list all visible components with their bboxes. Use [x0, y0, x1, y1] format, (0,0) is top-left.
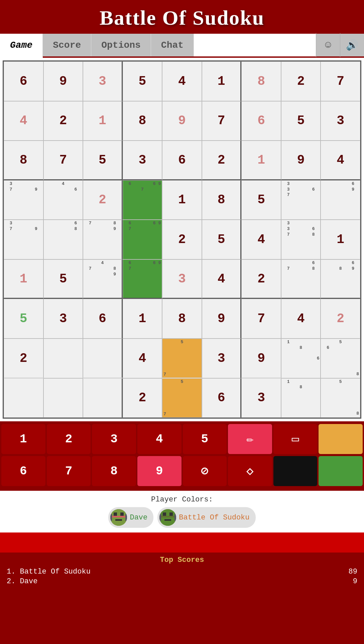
cell-8-6[interactable]: 3 — [241, 378, 281, 418]
cell-1-7[interactable]: 5 — [281, 101, 321, 141]
toolbar-btn-r2-1[interactable]: 7 — [47, 456, 91, 486]
cell-0-4[interactable]: 4 — [162, 61, 202, 101]
cell-2-7[interactable]: 9 — [281, 141, 321, 180]
toolbar-btn-r1-3[interactable]: 4 — [137, 424, 181, 454]
cell-0-3[interactable]: 5 — [123, 61, 162, 101]
cell-5-0[interactable]: 1 — [4, 259, 43, 299]
cell-7-5[interactable]: 3 — [202, 339, 242, 378]
toolbar-btn-r1-4[interactable]: 5 — [183, 424, 227, 454]
cell-2-2[interactable]: 5 — [83, 141, 123, 180]
cell-4-1[interactable]: 68 — [43, 220, 83, 259]
cell-5-4[interactable]: 3 — [162, 259, 202, 299]
cell-0-7[interactable]: 2 — [281, 61, 321, 101]
cell-6-0[interactable]: 5 — [4, 299, 43, 339]
cell-6-7[interactable]: 4 — [281, 299, 321, 339]
cell-7-3[interactable]: 4 — [123, 339, 162, 378]
cell-3-0[interactable]: 379 — [4, 180, 43, 220]
toolbar-btn-r1-5[interactable]: ✏ — [228, 424, 272, 454]
cell-1-4[interactable]: 9 — [162, 101, 202, 141]
tab-score[interactable]: Score — [43, 34, 91, 56]
cell-7-8[interactable]: 568 — [321, 339, 360, 378]
toolbar-btn-r2-7[interactable] — [319, 456, 363, 486]
cell-3-6[interactable]: 5 — [241, 180, 281, 220]
toolbar-btn-r1-0[interactable]: 1 — [1, 424, 45, 454]
cell-6-6[interactable]: 7 — [241, 299, 281, 339]
cell-4-4[interactable]: 2 — [162, 220, 202, 259]
cell-5-7[interactable]: 678 — [281, 259, 321, 299]
cell-8-7[interactable]: 18 — [281, 378, 321, 418]
cell-3-4[interactable]: 1 — [162, 180, 202, 220]
cell-8-4[interactable]: 57 — [162, 378, 202, 418]
toolbar-btn-r1-7[interactable] — [319, 424, 363, 454]
player-chip-1[interactable]: Battle Of Sudoku — [157, 507, 255, 528]
cell-3-8[interactable]: 69 — [321, 180, 360, 220]
player-chip-0[interactable]: Dave — [108, 507, 153, 528]
toolbar-btn-r1-6[interactable]: ▭ — [273, 424, 318, 454]
toolbar-btn-r2-6[interactable] — [273, 456, 318, 486]
cell-5-6[interactable]: 2 — [241, 259, 281, 299]
cell-2-8[interactable]: 4 — [321, 141, 360, 180]
cell-7-7[interactable]: 186 — [281, 339, 321, 378]
cell-1-6[interactable]: 6 — [241, 101, 281, 141]
cell-7-4[interactable]: 57 — [162, 339, 202, 378]
cell-1-0[interactable]: 4 — [4, 101, 43, 141]
cell-1-5[interactable]: 7 — [202, 101, 242, 141]
cell-5-8[interactable]: 689 — [321, 259, 360, 299]
cell-6-4[interactable]: 8 — [162, 299, 202, 339]
cell-8-2[interactable] — [83, 378, 123, 418]
cell-7-1[interactable] — [43, 339, 83, 378]
cell-7-6[interactable]: 9 — [241, 339, 281, 378]
cell-0-5[interactable]: 1 — [202, 61, 242, 101]
cell-2-3[interactable]: 3 — [123, 141, 162, 180]
cell-4-3[interactable]: 676 9 — [123, 220, 162, 259]
cell-0-1[interactable]: 9 — [43, 61, 83, 101]
cell-8-8[interactable]: 58 — [321, 378, 360, 418]
cell-2-0[interactable]: 8 — [4, 141, 43, 180]
cell-3-3[interactable]: 676 9 — [123, 180, 162, 220]
tab-options[interactable]: Options — [91, 34, 151, 56]
tab-game[interactable]: Game — [0, 34, 43, 58]
cell-4-0[interactable]: 379 — [4, 220, 43, 259]
cell-0-0[interactable]: 6 — [4, 61, 43, 101]
cell-2-4[interactable]: 6 — [162, 141, 202, 180]
cell-5-3[interactable]: 676 9 — [123, 259, 162, 299]
cell-0-8[interactable]: 7 — [321, 61, 360, 101]
cell-3-1[interactable]: 46 — [43, 180, 83, 220]
cell-4-6[interactable]: 4 — [241, 220, 281, 259]
cell-5-2[interactable]: 4789 — [83, 259, 123, 299]
toolbar-btn-r1-2[interactable]: 3 — [92, 424, 136, 454]
cell-7-0[interactable]: 2 — [4, 339, 43, 378]
cell-4-7[interactable]: 33678 — [281, 220, 321, 259]
cell-3-7[interactable]: 3367 — [281, 180, 321, 220]
cell-8-0[interactable] — [4, 378, 43, 418]
toolbar-btn-r2-3[interactable]: 9 — [137, 456, 181, 486]
sound-icon[interactable]: 🔊 — [340, 33, 364, 57]
cell-8-5[interactable]: 6 — [202, 378, 242, 418]
cell-4-2[interactable]: 789 — [83, 220, 123, 259]
cell-6-3[interactable]: 1 — [123, 299, 162, 339]
cell-6-5[interactable]: 9 — [202, 299, 242, 339]
tab-chat[interactable]: Chat — [151, 34, 194, 56]
cell-3-2[interactable]: 2 — [83, 180, 123, 220]
cell-4-5[interactable]: 5 — [202, 220, 242, 259]
emoji-icon[interactable]: ☺ — [316, 33, 340, 57]
cell-5-5[interactable]: 4 — [202, 259, 242, 299]
cell-1-1[interactable]: 2 — [43, 101, 83, 141]
toolbar-btn-r2-5[interactable]: ◇ — [228, 456, 272, 486]
cell-2-6[interactable]: 1 — [241, 141, 281, 180]
cell-1-8[interactable]: 3 — [321, 101, 360, 141]
cell-2-1[interactable]: 7 — [43, 141, 83, 180]
cell-7-2[interactable] — [83, 339, 123, 378]
cell-1-2[interactable]: 1 — [83, 101, 123, 141]
cell-6-8[interactable]: 2 — [321, 299, 360, 339]
cell-4-8[interactable]: 1 — [321, 220, 360, 259]
cell-0-2[interactable]: 3 — [83, 61, 123, 101]
cell-0-6[interactable]: 8 — [241, 61, 281, 101]
toolbar-btn-r2-2[interactable]: 8 — [92, 456, 136, 486]
cell-2-5[interactable]: 2 — [202, 141, 242, 180]
cell-8-1[interactable] — [43, 378, 83, 418]
toolbar-btn-r1-1[interactable]: 2 — [47, 424, 91, 454]
toolbar-btn-r2-4[interactable]: ⊘ — [183, 456, 227, 486]
cell-1-3[interactable]: 8 — [123, 101, 162, 141]
cell-3-5[interactable]: 8 — [202, 180, 242, 220]
